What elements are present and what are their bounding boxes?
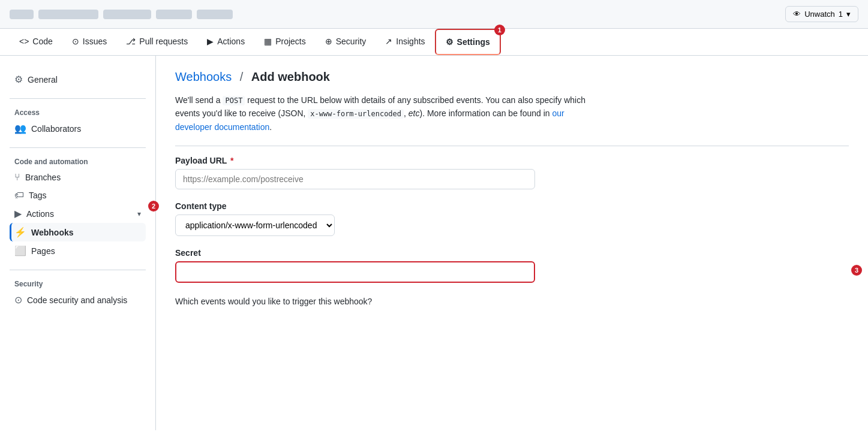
- content-type-group: Content type application/x-www-form-urle…: [175, 201, 849, 236]
- sidebar-access-label: Access: [10, 104, 146, 119]
- actions-nav-icon: ▶: [14, 208, 22, 219]
- secret-group: Secret 3: [175, 248, 849, 283]
- eye-icon: 👁: [793, 10, 801, 19]
- webhook-icon: ⚡: [14, 226, 26, 238]
- placeholder-5: [197, 10, 233, 19]
- sidebar: ⚙ General Access 👥 Collaborators Code an…: [0, 56, 156, 430]
- sidebar-item-code-security[interactable]: ⊙ Code security and analysis: [10, 291, 146, 309]
- sidebar-item-pages[interactable]: ⬜ Pages: [10, 241, 146, 260]
- sidebar-divider-2: [10, 147, 146, 148]
- events-question: Which events would you like to trigger t…: [175, 295, 595, 308]
- repo-nav: <> Code ⊙ Issues ⎇ Pull requests ▶ Actio…: [0, 29, 868, 56]
- payload-url-group: Payload URL *: [175, 156, 849, 189]
- urlencoded-code: x-www-form-urlencoded: [308, 109, 404, 119]
- breadcrumb-current: Add webhook: [251, 70, 330, 83]
- top-bar: 👁 Unwatch 1 ▾: [0, 0, 868, 29]
- sidebar-item-tags[interactable]: 🏷 Tags: [10, 186, 146, 204]
- content-type-label: Content type: [175, 201, 849, 211]
- tab-insights[interactable]: ↗ Insights: [376, 29, 434, 55]
- tab-projects[interactable]: ▦ Projects: [254, 29, 316, 55]
- chevron-down-icon: ▾: [137, 210, 141, 218]
- branch-icon: ⑂: [14, 172, 20, 183]
- tab-security[interactable]: ⊕ Security: [316, 29, 376, 55]
- sidebar-code-automation-section: Code and automation ⑂ Branches 🏷 Tags ▶ …: [10, 153, 146, 260]
- pages-icon: ⬜: [14, 245, 26, 256]
- webhook-description: We'll send a POST request to the URL bel…: [175, 93, 595, 134]
- form-divider-1: [175, 146, 849, 146]
- projects-icon: ▦: [264, 37, 272, 46]
- tab-settings[interactable]: ⚙ Settings 1: [435, 29, 501, 55]
- unwatch-button[interactable]: 👁 Unwatch 1 ▾: [785, 6, 858, 22]
- content-type-select[interactable]: application/x-www-form-urlencoded applic…: [175, 215, 335, 236]
- insights-icon: ↗: [385, 37, 392, 46]
- security-icon: ⊕: [325, 37, 332, 46]
- actions-sidebar-badge: 2: [148, 201, 159, 212]
- main-content: Webhooks / Add webhook We'll send a POST…: [156, 56, 868, 430]
- placeholder-2: [38, 10, 98, 19]
- dropdown-icon: ▾: [846, 10, 851, 19]
- unwatch-count: 1: [839, 10, 843, 19]
- sidebar-divider-3: [10, 270, 146, 270]
- pr-icon: ⎇: [126, 37, 136, 46]
- tab-issues[interactable]: ⊙ Issues: [62, 29, 116, 55]
- gear-icon: ⚙: [14, 74, 23, 85]
- post-code: POST: [223, 96, 245, 105]
- secret-badge: 3: [851, 265, 862, 276]
- placeholder-3: [103, 10, 151, 19]
- sidebar-code-auto-label: Code and automation: [10, 153, 146, 168]
- secret-input[interactable]: [175, 261, 535, 283]
- sidebar-access-section: Access 👥 Collaborators: [10, 104, 146, 138]
- etc-text: etc: [409, 108, 420, 118]
- payload-url-input[interactable]: [175, 169, 535, 189]
- tab-actions[interactable]: ▶ Actions: [197, 29, 254, 55]
- tag-icon: 🏷: [14, 190, 24, 201]
- sidebar-security-label: Security: [10, 275, 146, 291]
- settings-icon: ⚙: [446, 37, 453, 47]
- sidebar-item-collaborators[interactable]: 👥 Collaborators: [10, 119, 146, 138]
- secret-label: Secret: [175, 248, 849, 258]
- sidebar-item-actions[interactable]: ▶ Actions ▾ 2: [10, 204, 146, 223]
- placeholder-1: [10, 10, 34, 19]
- page-layout: ⚙ General Access 👥 Collaborators Code an…: [0, 56, 868, 430]
- sidebar-item-webhooks[interactable]: ⚡ Webhooks: [10, 223, 146, 241]
- sidebar-item-branches[interactable]: ⑂ Branches: [10, 168, 146, 186]
- tab-code[interactable]: <> Code: [10, 29, 62, 55]
- breadcrumb-separator: /: [240, 70, 244, 83]
- unwatch-label: Unwatch: [804, 10, 835, 19]
- sidebar-item-general[interactable]: ⚙ General: [10, 70, 146, 89]
- sidebar-security-section: Security ⊙ Code security and analysis: [10, 275, 146, 309]
- actions-left: ▶ Actions: [14, 208, 54, 219]
- sidebar-general-section: ⚙ General: [10, 70, 146, 89]
- placeholder-4: [156, 10, 192, 19]
- issues-icon: ⊙: [72, 37, 79, 46]
- code-security-icon: ⊙: [14, 294, 22, 306]
- payload-url-label: Payload URL *: [175, 156, 849, 165]
- tab-pull-requests[interactable]: ⎇ Pull requests: [116, 29, 197, 55]
- secret-wrapper: 3: [175, 261, 849, 283]
- collaborators-icon: 👥: [14, 123, 26, 134]
- actions-row: ▶ Actions ▾: [14, 208, 141, 219]
- actions-icon: ▶: [207, 37, 214, 46]
- code-icon: <>: [19, 37, 29, 46]
- breadcrumb-link[interactable]: Webhooks: [175, 70, 232, 83]
- required-marker: *: [230, 156, 233, 165]
- breadcrumb: Webhooks / Add webhook: [175, 70, 849, 84]
- sidebar-divider-1: [10, 98, 146, 99]
- repo-path: [10, 10, 233, 19]
- settings-badge: 1: [494, 25, 505, 35]
